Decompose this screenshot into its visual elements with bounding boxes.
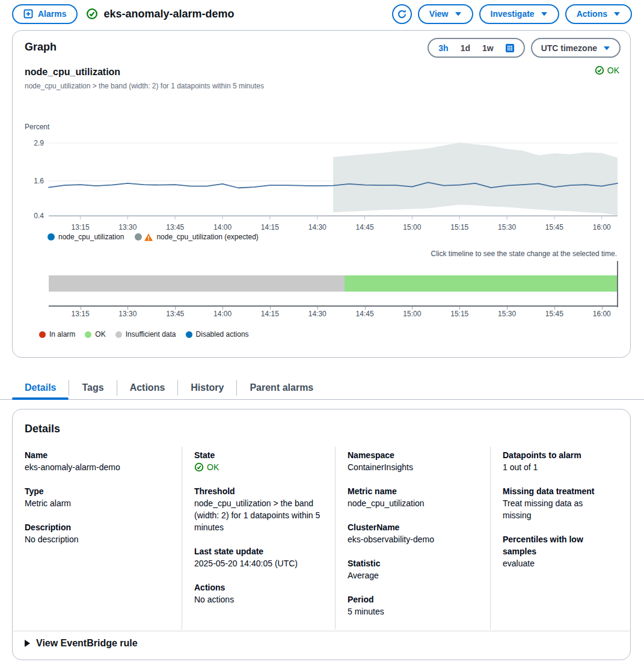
timeline-cursor xyxy=(617,261,618,307)
field-label: Metric name xyxy=(348,485,478,497)
timeline-tick-label: 15:00 xyxy=(403,310,421,318)
expander-arrow-icon xyxy=(25,640,30,647)
svg-text:14:45: 14:45 xyxy=(356,223,374,231)
tab-parent-alarms[interactable]: Parent alarms xyxy=(237,376,326,400)
expander-label: View EventBridge rule xyxy=(36,638,138,649)
ok-status-icon xyxy=(86,8,98,20)
custom-date-range-button[interactable] xyxy=(500,43,520,53)
eventbridge-expander[interactable]: View EventBridge rule xyxy=(25,638,138,649)
button-label: Actions xyxy=(577,9,607,19)
field-value: OK xyxy=(194,461,323,473)
legend-marker xyxy=(48,233,55,241)
metric-header: node_cpu_utilization node_cpu_utilizatio… xyxy=(25,67,264,90)
tab-history[interactable]: History xyxy=(178,376,236,400)
legend-item-node-cpu-utilization: node_cpu_utilization xyxy=(48,233,124,241)
field-value: evaluate xyxy=(503,557,607,569)
chevron-down-icon xyxy=(603,46,610,51)
details-columns: Nameeks-anomaly-alarm-demoTypeMetric ala… xyxy=(25,447,619,630)
details-heading: Details xyxy=(25,423,60,435)
field-value: Metric alarm xyxy=(25,497,170,509)
detail-field-name: Nameeks-anomaly-alarm-demo xyxy=(25,449,170,473)
field-value: Treat missing data as missing xyxy=(503,497,607,521)
timeline-tick-label: 15:30 xyxy=(498,310,516,318)
timeline-tick-label: 14:00 xyxy=(213,310,232,318)
tab-tags[interactable]: Tags xyxy=(69,376,116,400)
alarm-title-group: eks-anomaly-alarm-demo xyxy=(86,8,383,20)
svg-text:13:15: 13:15 xyxy=(72,223,90,231)
detail-field-datapoints-to-alarm: Datapoints to alarm1 out of 1 xyxy=(503,449,607,473)
time-range-1w[interactable]: 1w xyxy=(476,43,500,53)
button-label: Investigate xyxy=(491,9,535,19)
chevron-down-icon xyxy=(455,11,462,16)
alarms-list-icon xyxy=(23,9,33,19)
metric-subtitle: node_cpu_utilization > the band (width: … xyxy=(25,82,264,90)
tab-details[interactable]: Details xyxy=(12,376,69,400)
detail-field-description: DescriptionNo description xyxy=(25,521,170,545)
field-label: Name xyxy=(25,449,170,461)
svg-text:0.4: 0.4 xyxy=(34,212,44,220)
graph-heading: Graph xyxy=(25,41,57,54)
detail-field-clustername: ClusterNameeks-observability-demo xyxy=(348,521,478,545)
field-value: ContainerInsights xyxy=(348,461,478,473)
state-legend-in-alarm: In alarm xyxy=(39,330,75,339)
field-label: State xyxy=(194,449,323,461)
timeline-tick-label: 15:45 xyxy=(545,310,563,318)
details-panel: Details Nameeks-anomaly-alarm-demoTypeMe… xyxy=(12,409,631,660)
time-range-1d[interactable]: 1d xyxy=(455,43,476,53)
field-label: Namespace xyxy=(348,449,478,461)
timeline-tick-label: 14:15 xyxy=(261,310,279,318)
alarm-tabs: DetailsTagsActionsHistoryParent alarms xyxy=(0,376,644,400)
status-text: OK xyxy=(207,461,219,473)
check-circle-icon xyxy=(595,66,604,75)
header-action-actions[interactable]: Actions xyxy=(565,4,632,24)
refresh-button[interactable] xyxy=(392,4,412,24)
chart-legend: node_cpu_utilizationnode_cpu_utilization… xyxy=(48,233,259,241)
details-column-1: Nameeks-anomaly-alarm-demoTypeMetric ala… xyxy=(25,447,182,630)
metric-title: node_cpu_utilization xyxy=(25,67,264,78)
state-timeline[interactable] xyxy=(49,275,618,292)
timeline-segment-ok[interactable] xyxy=(345,275,618,292)
legend-label: node_cpu_utilization (expected) xyxy=(156,233,258,241)
metric-chart[interactable]: 2.91.60.413:1513:3013:4514:0014:1514:301… xyxy=(13,133,631,262)
page-title: eks-anomaly-alarm-demo xyxy=(103,8,234,20)
timezone-label: UTC timezone xyxy=(541,43,597,53)
alarms-button[interactable]: Alarms xyxy=(12,4,78,24)
check-circle-icon xyxy=(194,462,204,472)
field-label: Type xyxy=(25,485,170,497)
timeline-tick-label: 15:15 xyxy=(450,310,468,318)
chevron-down-icon xyxy=(541,11,548,16)
state-marker xyxy=(85,331,91,338)
header-action-investigate[interactable]: Investigate xyxy=(479,4,559,24)
field-value: No description xyxy=(25,533,170,545)
timeline-segment-insufficient-data[interactable] xyxy=(49,275,345,292)
time-range-3h[interactable]: 3h xyxy=(432,43,454,53)
svg-text:13:45: 13:45 xyxy=(166,223,184,231)
legend-label: node_cpu_utilization xyxy=(58,233,124,241)
field-label: Period xyxy=(348,593,478,605)
field-value: 5 minutes xyxy=(348,605,478,617)
timeline-tick-label: 13:15 xyxy=(72,310,90,318)
field-value: 1 out of 1 xyxy=(503,461,607,473)
tab-actions[interactable]: Actions xyxy=(117,376,178,400)
timeline-tick-label: 16:00 xyxy=(593,310,611,318)
svg-text:16:00: 16:00 xyxy=(593,223,611,231)
svg-text:2.9: 2.9 xyxy=(34,139,44,147)
detail-field-namespace: NamespaceContainerInsights xyxy=(348,449,478,473)
timeline-tick-label: 13:45 xyxy=(166,310,184,318)
field-value: node_cpu_utilization > the band (width: … xyxy=(194,497,323,533)
state-legend-insufficient-data: Insufficient data xyxy=(115,330,176,339)
svg-text:14:30: 14:30 xyxy=(308,223,327,231)
detail-field-last-state-update: Last state update2025-05-20 14:40:05 (UT… xyxy=(194,545,323,569)
warning-icon xyxy=(144,233,153,241)
timezone-dropdown[interactable]: UTC timezone xyxy=(531,38,621,58)
state-label: Insufficient data xyxy=(126,330,176,339)
detail-field-actions: ActionsNo actions xyxy=(194,581,323,605)
state-legend-disabled-actions: Disabled actions xyxy=(186,330,249,339)
field-label: Actions xyxy=(194,581,323,593)
legend-item-node-cpu-utilization-expected: node_cpu_utilization (expected) xyxy=(135,233,258,241)
field-label: Datapoints to alarm xyxy=(503,449,607,461)
header-action-view[interactable]: View xyxy=(418,4,473,24)
alarm-state-text: OK xyxy=(607,66,619,75)
button-label: View xyxy=(429,9,449,19)
detail-field-metric-name: Metric namenode_cpu_utilization xyxy=(348,485,478,509)
